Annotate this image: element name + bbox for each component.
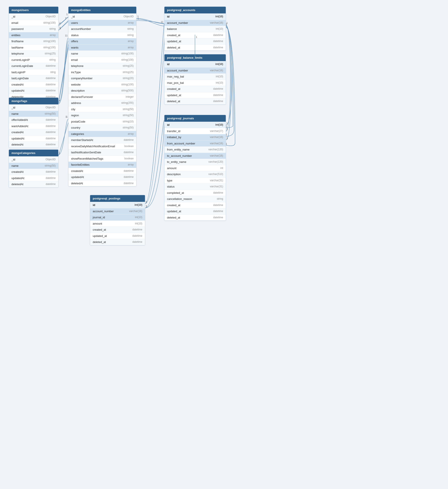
postgresqlAccounts-table: postgresql_accounts id int(10) account_n… (164, 7, 226, 51)
table-row: name string(100) (68, 50, 136, 57)
mongoEntities-header: mongoEntities (68, 7, 136, 13)
svg-text:*: * (66, 17, 67, 19)
svg-text:1: 1 (137, 15, 139, 18)
table-row: deleted_at datetime (165, 214, 226, 221)
table-row: _id ObjectID (68, 13, 136, 20)
postgresqlBalanceLimits-header: postgresql_balance_limits (165, 54, 226, 61)
table-row: deletedAt datetime (9, 141, 58, 148)
table-row: users array (68, 20, 136, 26)
table-row: wants array (68, 44, 136, 51)
table-row: deletedAt datetime (9, 181, 58, 187)
table-row: updated_at datetime (90, 233, 145, 239)
table-row: from_account_number varchar(16) (165, 140, 226, 147)
svg-line-9 (58, 41, 69, 104)
svg-line-23 (58, 21, 68, 30)
table-row: id int(10) (165, 13, 226, 20)
table-row: country string(50) (68, 124, 136, 131)
svg-text:1: 1 (146, 205, 147, 207)
diagram: 1 * 1 1 * 1 * 1 1 1 1 1 1 1 1 (4, 4, 234, 264)
table-row: created_at datetime (165, 86, 226, 92)
svg-text:1: 1 (146, 205, 147, 207)
table-row: updatedAt datetime (9, 88, 58, 94)
svg-text:1: 1 (66, 115, 68, 118)
table-row: description string(500) (68, 88, 136, 94)
table-row: lastName string(100) (9, 44, 58, 51)
svg-text:1: 1 (162, 21, 163, 23)
table-row: favoriteEntities array (68, 162, 136, 168)
table-row: description varchar(510) (165, 171, 226, 177)
mongoCategories-header: mongoCategories (9, 150, 58, 156)
table-row: id int(10) (165, 122, 226, 128)
table-row: currentLoginIP string (9, 57, 58, 63)
svg-line-26 (58, 17, 68, 26)
svg-line-10 (58, 119, 69, 156)
table-row: telephone string(25) (9, 50, 58, 57)
table-row: entities array (9, 32, 58, 38)
postgresqlAccounts-header: postgresql_accounts (165, 7, 226, 13)
mongoUsers-header: mongoUsers (9, 7, 58, 13)
svg-text:1: 1 (66, 34, 68, 37)
table-row: email string(100) (68, 57, 136, 63)
svg-text:*: * (59, 100, 60, 102)
table-row: transfer_id varchar(27) (165, 128, 226, 134)
table-row: status varchar(31) (165, 183, 226, 190)
table-row: status string (68, 32, 136, 38)
table-row: amount int (165, 165, 226, 171)
table-row: name string(50) (9, 111, 58, 117)
svg-text:1: 1 (226, 22, 228, 24)
table-row: deleted_at datetime (165, 44, 226, 51)
table-row: from_entity_name varchar(120) (165, 147, 226, 153)
table-row: lastNotificationSentDate datetime (68, 149, 136, 155)
table-row: updatedAt datetime (9, 135, 58, 142)
table-row: max_neg_bal int(10) (165, 73, 226, 80)
svg-line-3 (58, 16, 69, 25)
svg-text:1: 1 (146, 201, 147, 203)
table-row: categories array (68, 131, 136, 137)
table-row: accountNumber string (68, 26, 136, 32)
table-row: amount int(10) (90, 220, 145, 227)
table-row: postalCode string(10) (68, 118, 136, 125)
svg-text:1: 1 (59, 26, 61, 29)
table-row: deleted_at datetime (165, 98, 226, 104)
table-row: completed_at datetime (165, 190, 226, 196)
table-row: updatedAt datetime (68, 174, 136, 180)
table-row: region string(50) (68, 112, 136, 118)
table-row: _id ObjectID (9, 13, 58, 20)
table-row: createdAt datetime (9, 169, 58, 175)
table-row: deleted_at datetime (90, 239, 145, 245)
mongoEntities-table: mongoEntities _id ObjectID users array a… (68, 7, 136, 187)
table-row: password string (9, 26, 58, 32)
svg-text:1: 1 (138, 17, 139, 20)
mongoUsers-table: mongoUsers _id ObjectID email string(100… (9, 7, 58, 100)
table-row: showRecentMatchedTags boolean (68, 155, 136, 162)
table-row: updated_at datetime (165, 208, 226, 214)
table-row: name string(50) (9, 163, 58, 169)
svg-text:1: 1 (226, 128, 228, 130)
table-row: createdAt datetime (9, 129, 58, 135)
table-row: firstName string(100) (9, 38, 58, 44)
table-row: telephone string(25) (68, 63, 136, 69)
table-row: account_number varchar(16) (165, 20, 226, 26)
svg-text:1: 1 (59, 27, 61, 30)
table-row: updated_at datetime (165, 92, 226, 98)
svg-text:*: * (59, 23, 60, 25)
svg-text:1: 1 (226, 122, 228, 124)
table-row: created_at datetime (165, 202, 226, 208)
table-row: _id ObjectID (9, 104, 58, 111)
table-row: balance int(10) (165, 26, 226, 32)
table-row: initiated_by varchar(16) (165, 134, 226, 140)
table-row: receiveDailyMatchNotificationEmail boole… (68, 143, 136, 149)
table-row: deletedAt datetime (68, 180, 136, 187)
table-row: to_entity_name varchar(120) (165, 159, 226, 165)
table-row: createdAt datetime (68, 168, 136, 174)
table-row: id int(10) (90, 202, 145, 208)
table-row: _id ObjectID (9, 156, 58, 163)
mongoTags-table: mongoTags _id ObjectID name string(50) o… (9, 98, 58, 148)
table-row: account_number varchar(16) (90, 208, 145, 214)
table-row: id int(10) (165, 61, 226, 67)
table-row: lastLoginIP sting (9, 69, 58, 75)
svg-text:1: 1 (146, 201, 147, 203)
table-row: updatedAt datetime (9, 175, 58, 181)
svg-text:*: * (59, 100, 60, 102)
table-row: city string(50) (68, 106, 136, 112)
